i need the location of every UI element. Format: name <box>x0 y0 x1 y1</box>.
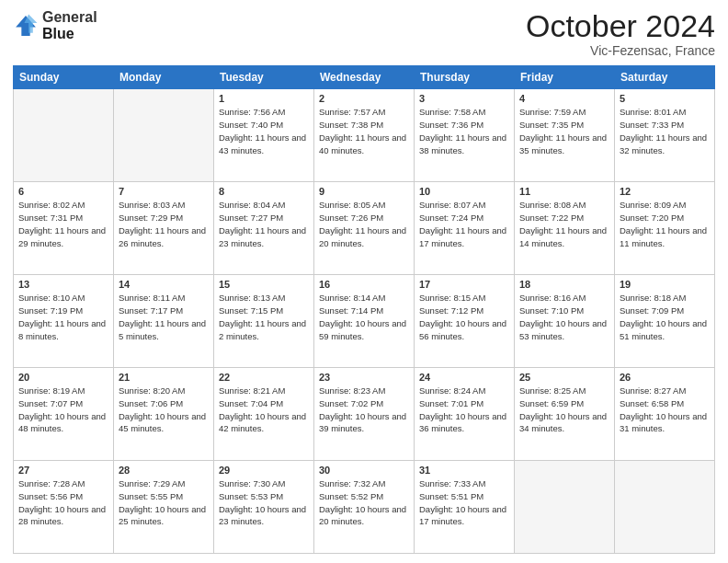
day-number: 8 <box>219 186 309 197</box>
day-info: Sunrise: 7:30 AMSunset: 5:53 PMDaylight:… <box>219 477 309 528</box>
weekday-header-tuesday: Tuesday <box>214 66 314 89</box>
logo-line1: General <box>42 9 97 26</box>
day-cell: 27Sunrise: 7:28 AMSunset: 5:56 PMDayligh… <box>14 461 114 554</box>
day-info: Sunrise: 7:59 AMSunset: 7:35 PMDaylight:… <box>519 106 609 156</box>
day-info: Sunrise: 8:09 AMSunset: 7:20 PMDaylight:… <box>620 199 710 249</box>
weekday-header-sunday: Sunday <box>14 66 114 89</box>
day-info: Sunrise: 7:28 AMSunset: 5:56 PMDaylight:… <box>18 477 108 528</box>
day-cell: 26Sunrise: 8:27 AMSunset: 6:58 PMDayligh… <box>615 368 715 461</box>
day-info: Sunrise: 7:32 AMSunset: 5:52 PMDaylight:… <box>319 477 409 528</box>
day-cell <box>615 461 715 554</box>
day-info: Sunrise: 8:18 AMSunset: 7:09 PMDaylight:… <box>620 292 710 342</box>
day-info: Sunrise: 8:23 AMSunset: 7:02 PMDaylight:… <box>319 385 409 435</box>
logo-text: General Blue <box>42 9 97 41</box>
day-number: 5 <box>620 93 710 104</box>
weekday-header-thursday: Thursday <box>415 66 515 89</box>
week-row-3: 20Sunrise: 8:19 AMSunset: 7:07 PMDayligh… <box>14 368 715 461</box>
day-number: 12 <box>620 186 710 197</box>
day-cell: 6Sunrise: 8:02 AMSunset: 7:31 PMDaylight… <box>14 182 114 275</box>
day-cell: 22Sunrise: 8:21 AMSunset: 7:04 PMDayligh… <box>214 368 314 461</box>
day-cell: 19Sunrise: 8:18 AMSunset: 7:09 PMDayligh… <box>615 275 715 368</box>
day-number: 22 <box>219 372 309 383</box>
day-number: 3 <box>419 93 509 104</box>
day-number: 31 <box>419 465 509 476</box>
day-info: Sunrise: 8:10 AMSunset: 7:19 PMDaylight:… <box>18 292 108 342</box>
logo-line2: Blue <box>42 26 97 42</box>
day-info: Sunrise: 7:29 AMSunset: 5:55 PMDaylight:… <box>119 477 209 528</box>
weekday-header-saturday: Saturday <box>615 66 715 89</box>
day-number: 28 <box>119 465 209 476</box>
day-number: 2 <box>319 93 409 104</box>
day-cell: 4Sunrise: 7:59 AMSunset: 7:35 PMDaylight… <box>515 89 615 182</box>
day-cell: 21Sunrise: 8:20 AMSunset: 7:06 PMDayligh… <box>114 368 214 461</box>
day-number: 20 <box>18 372 108 383</box>
day-cell: 1Sunrise: 7:56 AMSunset: 7:40 PMDaylight… <box>214 89 314 182</box>
day-cell <box>14 89 114 182</box>
day-info: Sunrise: 8:19 AMSunset: 7:07 PMDaylight:… <box>18 385 108 435</box>
day-info: Sunrise: 8:16 AMSunset: 7:10 PMDaylight:… <box>519 292 609 342</box>
day-info: Sunrise: 8:03 AMSunset: 7:29 PMDaylight:… <box>119 199 209 249</box>
day-cell: 12Sunrise: 8:09 AMSunset: 7:20 PMDayligh… <box>615 182 715 275</box>
day-cell: 30Sunrise: 7:32 AMSunset: 5:52 PMDayligh… <box>314 461 415 554</box>
weekday-header-monday: Monday <box>114 66 214 89</box>
day-cell: 13Sunrise: 8:10 AMSunset: 7:19 PMDayligh… <box>14 275 114 368</box>
day-cell: 28Sunrise: 7:29 AMSunset: 5:55 PMDayligh… <box>114 461 214 554</box>
day-info: Sunrise: 8:14 AMSunset: 7:14 PMDaylight:… <box>319 292 409 342</box>
day-cell: 18Sunrise: 8:16 AMSunset: 7:10 PMDayligh… <box>515 275 615 368</box>
location-title: Vic-Fezensac, France <box>526 43 715 58</box>
logo: General Blue <box>13 9 97 41</box>
day-cell: 29Sunrise: 7:30 AMSunset: 5:53 PMDayligh… <box>214 461 314 554</box>
day-cell: 31Sunrise: 7:33 AMSunset: 5:51 PMDayligh… <box>415 461 515 554</box>
day-cell: 10Sunrise: 8:07 AMSunset: 7:24 PMDayligh… <box>415 182 515 275</box>
day-number: 26 <box>620 372 710 383</box>
day-number: 1 <box>219 93 309 104</box>
weekday-header-wednesday: Wednesday <box>314 66 415 89</box>
title-block: October 2024 Vic-Fezensac, France <box>526 9 715 58</box>
day-number: 23 <box>319 372 409 383</box>
day-number: 16 <box>319 279 409 290</box>
day-cell: 14Sunrise: 8:11 AMSunset: 7:17 PMDayligh… <box>114 275 214 368</box>
day-info: Sunrise: 7:58 AMSunset: 7:36 PMDaylight:… <box>419 106 509 156</box>
day-number: 30 <box>319 465 409 476</box>
day-number: 29 <box>219 465 309 476</box>
month-title: October 2024 <box>526 9 715 43</box>
day-cell: 25Sunrise: 8:25 AMSunset: 6:59 PMDayligh… <box>515 368 615 461</box>
day-cell: 9Sunrise: 8:05 AMSunset: 7:26 PMDaylight… <box>314 182 415 275</box>
calendar-table: SundayMondayTuesdayWednesdayThursdayFrid… <box>13 65 715 554</box>
page: General Blue October 2024 Vic-Fezensac, … <box>0 0 728 563</box>
day-info: Sunrise: 8:04 AMSunset: 7:27 PMDaylight:… <box>219 199 309 249</box>
day-number: 6 <box>18 186 108 197</box>
day-info: Sunrise: 7:56 AMSunset: 7:40 PMDaylight:… <box>219 106 309 156</box>
day-number: 21 <box>119 372 209 383</box>
day-cell: 20Sunrise: 8:19 AMSunset: 7:07 PMDayligh… <box>14 368 114 461</box>
week-row-1: 6Sunrise: 8:02 AMSunset: 7:31 PMDaylight… <box>14 182 715 275</box>
day-info: Sunrise: 8:25 AMSunset: 6:59 PMDaylight:… <box>519 385 609 435</box>
day-cell: 23Sunrise: 8:23 AMSunset: 7:02 PMDayligh… <box>314 368 415 461</box>
day-info: Sunrise: 8:20 AMSunset: 7:06 PMDaylight:… <box>119 385 209 435</box>
day-cell: 15Sunrise: 8:13 AMSunset: 7:15 PMDayligh… <box>214 275 314 368</box>
day-number: 4 <box>519 93 609 104</box>
logo-icon <box>13 13 39 39</box>
day-info: Sunrise: 8:15 AMSunset: 7:12 PMDaylight:… <box>419 292 509 342</box>
weekday-header-row: SundayMondayTuesdayWednesdayThursdayFrid… <box>14 66 715 89</box>
day-cell: 5Sunrise: 8:01 AMSunset: 7:33 PMDaylight… <box>615 89 715 182</box>
day-number: 13 <box>18 279 108 290</box>
day-info: Sunrise: 8:08 AMSunset: 7:22 PMDaylight:… <box>519 199 609 249</box>
day-info: Sunrise: 8:05 AMSunset: 7:26 PMDaylight:… <box>319 199 409 249</box>
day-cell: 2Sunrise: 7:57 AMSunset: 7:38 PMDaylight… <box>314 89 415 182</box>
day-info: Sunrise: 8:07 AMSunset: 7:24 PMDaylight:… <box>419 199 509 249</box>
day-info: Sunrise: 8:13 AMSunset: 7:15 PMDaylight:… <box>219 292 309 342</box>
day-info: Sunrise: 7:33 AMSunset: 5:51 PMDaylight:… <box>419 477 509 528</box>
day-number: 24 <box>419 372 509 383</box>
day-cell <box>515 461 615 554</box>
day-cell <box>114 89 214 182</box>
day-info: Sunrise: 7:57 AMSunset: 7:38 PMDaylight:… <box>319 106 409 156</box>
day-info: Sunrise: 8:02 AMSunset: 7:31 PMDaylight:… <box>18 199 108 249</box>
day-number: 9 <box>319 186 409 197</box>
day-number: 14 <box>119 279 209 290</box>
day-number: 17 <box>419 279 509 290</box>
header: General Blue October 2024 Vic-Fezensac, … <box>13 9 715 58</box>
day-number: 19 <box>620 279 710 290</box>
day-number: 18 <box>519 279 609 290</box>
day-info: Sunrise: 8:01 AMSunset: 7:33 PMDaylight:… <box>620 106 710 156</box>
